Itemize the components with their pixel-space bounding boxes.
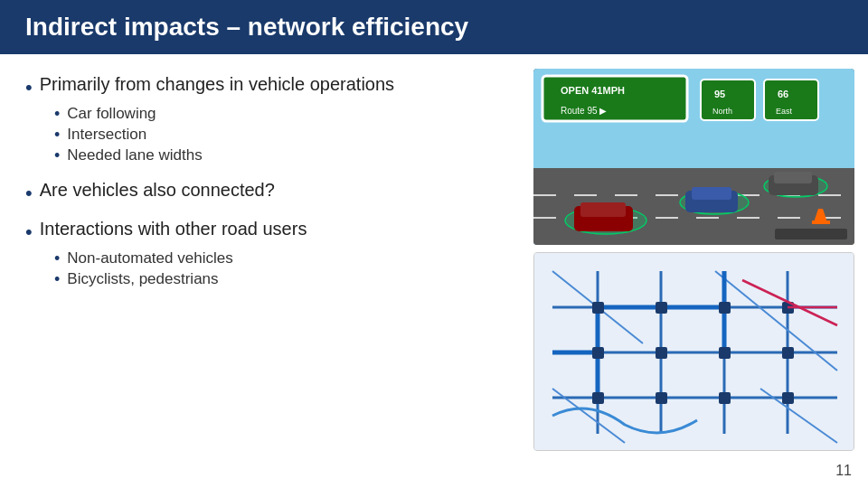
- slide-header: Indirect impacts – network efficiency: [0, 0, 868, 54]
- sub-text-1-1: Car following: [67, 105, 156, 123]
- svg-text:95: 95: [714, 89, 725, 99]
- svg-rect-40: [592, 302, 604, 314]
- sub-dot-1-3: •: [54, 146, 60, 165]
- bullet-group-3: • Interactions with other road users • N…: [25, 217, 506, 295]
- bullet-sub-3-2: • Bicyclists, pedestrians: [54, 270, 506, 289]
- sub-dot-1-1: •: [54, 105, 60, 124]
- highway-svg: OPEN 41MPH Route 95 ▶ 95 North 66 East: [533, 69, 854, 245]
- svg-rect-18: [692, 187, 731, 200]
- sub-dot-3-2: •: [54, 270, 60, 289]
- svg-rect-46: [719, 302, 731, 314]
- svg-rect-21: [774, 172, 812, 183]
- sub-group-3: • Non-automated vehicles • Bicyclists, p…: [25, 249, 506, 289]
- right-column: OPEN 41MPH Route 95 ▶ 95 North 66 East: [524, 63, 868, 488]
- bullet-main-3: • Interactions with other road users: [25, 217, 506, 246]
- sub-group-1: • Car following • Intersection • Needed …: [25, 105, 506, 165]
- svg-text:East: East: [776, 107, 793, 116]
- svg-rect-15: [580, 202, 626, 217]
- svg-text:OPEN 41MPH: OPEN 41MPH: [561, 85, 625, 96]
- svg-rect-43: [656, 302, 667, 314]
- bullet-main-1-text: Primarily from changes in vehicle operat…: [40, 72, 394, 97]
- highway-image: OPEN 41MPH Route 95 ▶ 95 North 66 East: [533, 69, 854, 245]
- bullet-sub-1-2: • Intersection: [54, 126, 506, 145]
- svg-rect-42: [592, 392, 604, 404]
- svg-rect-23: [812, 221, 830, 224]
- bullet-dot-3: •: [25, 219, 33, 246]
- svg-text:North: North: [712, 107, 732, 116]
- bullet-sub-3-1: • Non-automated vehicles: [54, 249, 506, 268]
- svg-rect-47: [719, 347, 731, 359]
- sub-dot-3-1: •: [54, 249, 60, 268]
- slide-title: Indirect impacts – network efficiency: [25, 13, 468, 41]
- bullet-sub-1-1: • Car following: [54, 105, 506, 124]
- network-svg: [534, 253, 854, 451]
- svg-text:66: 66: [778, 89, 788, 99]
- left-column: • Primarily from changes in vehicle oper…: [0, 63, 524, 488]
- sub-dot-1-2: •: [54, 126, 60, 145]
- bullet-group-2: • Are vehicles also connected?: [25, 178, 506, 211]
- svg-rect-45: [656, 392, 667, 404]
- sub-text-1-3: Needed lane widths: [67, 146, 202, 164]
- sub-text-3-1: Non-automated vehicles: [67, 249, 232, 267]
- bullet-main-2: • Are vehicles also connected?: [25, 178, 506, 207]
- network-map-image: [533, 252, 854, 451]
- bullet-group-1: • Primarily from changes in vehicle oper…: [25, 72, 506, 171]
- sub-text-1-2: Intersection: [67, 126, 146, 144]
- svg-rect-48: [719, 392, 731, 404]
- bullet-dot-2: •: [25, 180, 33, 207]
- svg-text:Route 95 ▶: Route 95 ▶: [561, 106, 607, 116]
- content-area: • Primarily from changes in vehicle oper…: [0, 54, 868, 488]
- svg-rect-41: [592, 347, 604, 359]
- svg-rect-50: [782, 347, 794, 359]
- bullet-main-1: • Primarily from changes in vehicle oper…: [25, 72, 506, 101]
- sub-text-3-2: Bicyclists, pedestrians: [67, 270, 218, 288]
- bullet-main-2-text: Are vehicles also connected?: [40, 178, 275, 202]
- bullet-main-3-text: Interactions with other road users: [40, 217, 307, 241]
- bullet-dot-1: •: [25, 74, 33, 101]
- svg-rect-51: [782, 392, 794, 404]
- page-number: 11: [835, 463, 852, 479]
- slide: Indirect impacts – network efficiency • …: [0, 0, 868, 488]
- svg-rect-44: [656, 347, 667, 359]
- bullet-sub-1-3: • Needed lane widths: [54, 146, 506, 165]
